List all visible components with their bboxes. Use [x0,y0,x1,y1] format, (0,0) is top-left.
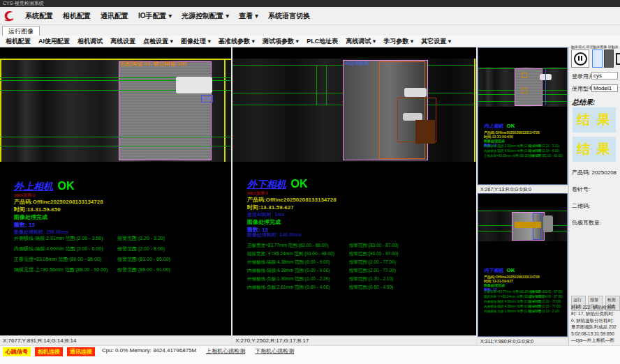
mid-camera-name: 外下相机 [247,179,286,190]
small-top-camera-name: 内上相机 [484,123,503,128]
toolbar-item-offline-settings[interactable]: 离线设置 [110,37,135,46]
measurement-row: 正极宽度=83.05mm 范围:(80.00 - 86.00)报警范围:(81.… [484,154,566,159]
needle-number-label: 卷针号: [572,185,590,193]
camera-connection-badge: 相机连接 [35,347,63,356]
qrcode-label: 二维码: [572,202,590,210]
toolbar-item-camera-config[interactable]: 相机配置 [6,37,31,46]
mid-process-done: 图像处理完成 [247,218,337,226]
left-measurements: 外侧极线-隔膜:2.91mm 范围:(2.00 - 3.50) 报警范围:(2.… [14,235,228,277]
small-top-orange-mark [522,88,527,93]
mid-mes-line: MES复测:0 [247,191,337,196]
measurement-row: 内侧极线-隔膜:4.60mm 范围:(3.00 - 6.00) 报警范围:(2.… [14,245,228,256]
upper-camera-heartbeat-link[interactable]: 上相机心跳检测 [206,347,245,355]
measurement-row: 隔膜宽度-下=95.24mm 范围:(93.00 - 98.00)报警范围:(9… [484,295,566,300]
measurement-row: 外侧极线-隔膜:2.91mm 范围:(2.00 - 3.50) 报警范围:(2.… [14,235,228,245]
exit-button[interactable]: → [615,50,620,68]
toolbar: 相机配置 AI使用配置 相机调试 离线设置 点检设置 ▾ 图像处理 ▾ 基准线参… [0,36,620,47]
toolbar-item-camera-debug[interactable]: 相机调试 [78,37,103,46]
left-process-done: 图像处理完成 [14,213,103,221]
small-top-camera-panel: 内上相机 OK 产品码:Offline20250208133134728 时间:… [478,47,568,185]
measurement-row: 内侧极线-隔膜:4.38mm 范围:(0.00 - 9.00)报警范围:(2.0… [484,305,566,310]
toolbar-item-test-params[interactable]: 测试项参数 ▾ [263,37,299,46]
toolbar-item-image-processing[interactable]: 图像处理 ▾ [181,37,211,46]
menu-item-view[interactable]: 查看 ▾ [239,11,258,21]
left-result-block: 外上相机 OK MES复测:0 产品码:Offline2025020813313… [14,180,103,236]
pause-icon [574,52,587,66]
small-bottom-result-block: 内下相机 OK 产品码:Offline20250208133134728 时间:… [484,262,540,291]
small-bottom-pixel-coords: X:311;Y:980;R:0;G:0;B:0 [478,337,568,345]
result-box-lower: 结 果 [573,137,616,162]
login-user-field[interactable] [591,72,618,79]
mid-result-block: 外下相机 OK MES复测:0 产品码:Offline2025020813313… [247,178,337,234]
lower-camera-heartbeat-link[interactable]: 下相机心跳检测 [255,347,294,355]
negative-tab-count-label: 负极耳数量: [572,219,601,227]
left-camera-image[interactable]: R:68 匹配阈值:93, 吻合阈值:100 [0,59,231,162]
measurement-row: 外侧极线-隔膜:2.91mm 范围:(2.00 - 3.50)报警范围:(2.2… [484,144,566,149]
small-top-pixel-coords: X:267;Y:13;R:0;G:0;B:0 [478,185,568,193]
small-top-blue-line [545,68,546,105]
measurement-row: 隔膜宽度-上=90.56mm 范围:(88.00 - 92.00) 报警范围:(… [14,266,228,277]
mid-bright-spot-1 [404,88,427,97]
cpu-memory-text: Cpu: 0.0% Memory: 3424.41796875M [102,347,196,354]
main-area: R:68 匹配阈值:93, 吻合阈值:100 外上相机 OK MES复测:0 产… [0,47,620,345]
small-bottom-camera-panel: 内下相机 OK 产品码:Offline20250208133134728 时间:… [478,193,568,337]
model-field[interactable] [591,84,618,92]
toolbar-item-ai-config[interactable]: AI使用配置 [38,37,70,46]
small-bottom-measurements: 正极宽度=83.77mm 范围:(82.00 - 88.00)报警范围:(83.… [484,290,566,314]
measurement-row: 外侧极线-负极:1.90mm 范围:(1.00 - 2.20) 报警范围:(1.… [247,276,473,285]
user-login-button[interactable] [592,50,603,68]
left-roi-marker: R:68 [201,95,213,103]
menu-item-camera-config[interactable]: 相机配置 [63,11,91,21]
left-ok-status: OK [57,180,74,192]
mid-camera-image[interactable]: AI处理耗时 [232,59,476,162]
mid-time: 时间:13-31-59-627 [247,204,337,211]
mid-pixel-coords: X:270;Y:2502;R:17;G:17;B:17 [232,335,476,344]
toolbar-item-plc-address[interactable]: PLC地址表 [307,37,338,46]
operator-button[interactable] [604,50,614,68]
pause-button[interactable] [571,50,589,68]
menu-item-light-config[interactable]: 光源控制配置 ▾ [182,11,229,21]
exit-icon: → [616,53,620,65]
left-loop-count: 圈数: 13 [14,221,103,229]
small-top-product-region [515,68,542,106]
toolbar-item-offline-debug[interactable]: 离线调试 ▾ [346,37,376,46]
menu-item-system-config[interactable]: 系统配置 [25,11,53,21]
measurement-row: 外侧极线-负极:1.90mm 范围:(1.00 - 2.20)报警范围:(1.1… [484,310,566,314]
small-top-orange-mark [522,73,527,78]
mid-process-time: 图像处理耗时: 140.00ms [247,232,302,238]
toolbar-item-learning-params[interactable]: 学习参数 ▾ [383,37,413,46]
mid-brown-region [415,120,435,144]
mid-ok-status: OK [290,178,307,190]
small-bottom-defect-highlight [515,222,541,228]
left-product-code: 产品码:Offline20250208133134728 [14,198,103,206]
app-logo-icon [3,10,15,22]
left-time: 时间:13-31-59-650 [14,206,103,213]
measurement-row: 内侧极线-隔膜:4.60mm 范围:(3.00 - 6.00)报警范围:(2.0… [484,149,566,154]
small-top-ok-status: OK [506,123,515,129]
menu-item-io-config[interactable]: IO手配置 ▾ [138,11,172,21]
log-text: 耗时: 222, 缺陷检测耗时: 17, 缺陷分类耗时: 0, 缺陷提取分区耗时… [571,304,618,343]
small-top-camera-image[interactable] [478,67,567,107]
status-bar: 心跳信号 相机连接 通讯连接 Cpu: 0.0% Memory: 3424.41… [0,345,620,364]
total-result-label: 总结果: [572,98,595,107]
result-box-upper: 结 果 [573,107,616,132]
small-bottom-ok-status: OK [506,267,515,273]
toolbar-item-baseline-params[interactable]: 基准线参数 ▾ [219,37,255,46]
app-window: CYS-视觉检测系统 系统配置 相机配置 通讯配置 IO手配置 ▾ 光源控制配置… [0,0,620,364]
measurement-row: 正极宽度=83.05mm 范围:(80.00 - 86.00) 报警范围:(81… [14,256,228,266]
left-camera-panel: R:68 匹配阈值:93, 吻合阈值:100 外上相机 OK MES复测:0 产… [0,47,231,335]
mid-ai-time: 使用AI耗时: 1ms [247,211,337,218]
menu-item-language-switch[interactable]: 系统语言切换 [268,11,310,21]
toolbar-item-other-settings[interactable]: 其它设置 ▾ [421,37,451,46]
toolbar-item-spotcheck-settings[interactable]: 点检设置 ▾ [143,37,173,46]
mid-camera-panel: AI处理耗时 外下相机 OK MES复测:0 产品码:Offline202502… [232,47,476,335]
measurement-row: 内侧极线-负极:2.61mm 范围:(0.60 - 4.00) 报警范围:(0.… [247,285,473,293]
menu-item-comm-config[interactable]: 通讯配置 [101,11,128,21]
left-mes-line: MES复测:0 [14,193,103,198]
heartbeat-signal-badge: 心跳信号 [3,347,31,356]
small-bottom-camera-image[interactable] [478,210,567,241]
measurement-row: 外侧极线-隔膜:4.38mm 范围:(0.00 - 9.00)报警范围:(2.0… [484,300,566,305]
comm-connection-badge: 通讯连接 [67,347,95,356]
tab-strip: 运行图像 [0,25,620,36]
mid-ai-overlay: AI处理耗时 [345,60,369,67]
